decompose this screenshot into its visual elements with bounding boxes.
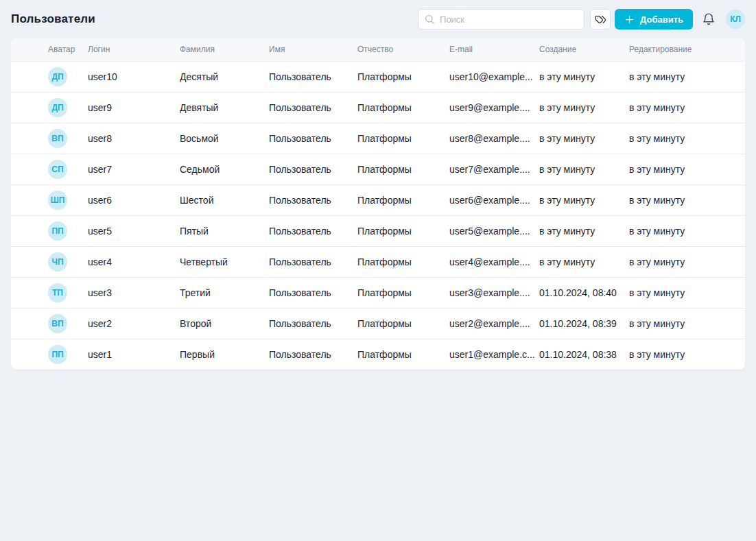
tags-button[interactable] <box>590 9 611 29</box>
cell-first_name: Пользователь <box>269 215 357 246</box>
row-avatar: ВП <box>48 314 67 333</box>
cell-first_name: Пользователь <box>269 246 357 277</box>
cell-middle_name: Платформы <box>357 154 449 184</box>
cell-email: user2@example.... <box>449 308 539 339</box>
table-row[interactable]: ЧПuser4ЧетвертыйПользовательПлатформыuse… <box>11 246 745 277</box>
cell-login: user2 <box>88 308 180 339</box>
row-avatar: ШП <box>48 191 67 210</box>
row-avatar: ПП <box>48 221 67 241</box>
cell-last_name: Восьмой <box>180 123 269 154</box>
column-header: Имя <box>269 38 357 61</box>
cell-middle_name: Платформы <box>357 215 449 246</box>
cell-created: в эту минуту <box>539 215 629 246</box>
cell-edited: в эту минуту <box>629 339 745 370</box>
cell-last_name: Первый <box>180 339 269 370</box>
column-header: Аватар <box>11 38 88 61</box>
cell-edited: в эту минуту <box>629 246 745 277</box>
topbar: Пользователи Добавить КЛ <box>0 0 756 38</box>
page-title: Пользователи <box>11 12 95 26</box>
user-avatar[interactable]: КЛ <box>726 10 745 29</box>
column-header: Логин <box>88 38 180 61</box>
cell-login: user4 <box>88 246 180 277</box>
cell-edited: в эту минуту <box>629 123 745 154</box>
cell-created: в эту минуту <box>539 123 629 154</box>
cell-email: user9@example.... <box>449 92 539 123</box>
cell-avatar: ВП <box>11 123 88 154</box>
cell-created: 01.10.2024, 08:40 <box>539 277 629 308</box>
cell-email: user7@example.... <box>449 154 539 184</box>
cell-login: user3 <box>88 277 180 308</box>
cell-created: в эту минуту <box>539 184 629 215</box>
search-input[interactable] <box>418 9 584 29</box>
row-avatar: ТП <box>48 283 67 302</box>
cell-first_name: Пользователь <box>269 123 357 154</box>
bell-icon <box>702 12 716 26</box>
row-avatar: ВП <box>48 129 67 148</box>
cell-middle_name: Платформы <box>357 123 449 154</box>
cell-login: user7 <box>88 154 180 184</box>
table-row[interactable]: ВПuser8ВосьмойПользовательПлатформыuser8… <box>11 123 745 154</box>
cell-avatar: ДП <box>11 92 88 123</box>
cell-edited: в эту минуту <box>629 154 745 184</box>
cell-edited: в эту минуту <box>629 92 745 123</box>
cell-login: user5 <box>88 215 180 246</box>
cell-last_name: Десятый <box>180 61 269 92</box>
cell-created: в эту минуту <box>539 246 629 277</box>
cell-avatar: ВП <box>11 308 88 339</box>
cell-first_name: Пользователь <box>269 92 357 123</box>
cell-avatar: ДП <box>11 61 88 92</box>
cell-avatar: СП <box>11 154 88 184</box>
cell-login: user10 <box>88 61 180 92</box>
table-row[interactable]: ТПuser3ТретийПользовательПлатформыuser3@… <box>11 277 745 308</box>
search-box <box>418 9 584 29</box>
table-row[interactable]: СПuser7СедьмойПользовательПлатформыuser7… <box>11 154 745 184</box>
cell-last_name: Пятый <box>180 215 269 246</box>
column-header: Редактирование <box>629 38 745 61</box>
cell-last_name: Четвертый <box>180 246 269 277</box>
row-avatar: ДП <box>48 98 67 117</box>
notifications-button[interactable] <box>702 12 716 26</box>
row-avatar: ЧП <box>48 252 67 272</box>
row-avatar: СП <box>48 160 67 179</box>
table-row[interactable]: ШПuser6ШестойПользовательПлатформыuser6@… <box>11 184 745 215</box>
cell-login: user8 <box>88 123 180 154</box>
cell-edited: в эту минуту <box>629 61 745 92</box>
cell-email: user6@example.... <box>449 184 539 215</box>
cell-first_name: Пользователь <box>269 339 357 370</box>
cell-login: user1 <box>88 339 180 370</box>
cell-edited: в эту минуту <box>629 308 745 339</box>
table-row[interactable]: ДПuser10ДесятыйПользовательПлатформыuser… <box>11 61 745 92</box>
cell-avatar: ЧП <box>11 246 88 277</box>
cell-avatar: ПП <box>11 215 88 246</box>
cell-first_name: Пользователь <box>269 277 357 308</box>
cell-edited: в эту минуту <box>629 184 745 215</box>
users-table: АватарЛогинФамилияИмяОтчествоE-mailСозда… <box>11 38 745 370</box>
column-header: E-mail <box>449 38 539 61</box>
table-row[interactable]: ДПuser9ДевятыйПользовательПлатформыuser9… <box>11 92 745 123</box>
cell-created: в эту минуту <box>539 154 629 184</box>
cell-first_name: Пользователь <box>269 154 357 184</box>
cell-last_name: Седьмой <box>180 154 269 184</box>
cell-first_name: Пользователь <box>269 308 357 339</box>
search-icon <box>424 14 435 25</box>
table-row[interactable]: ППuser5ПятыйПользовательПлатформыuser5@e… <box>11 215 745 246</box>
table-header-row: АватарЛогинФамилияИмяОтчествоE-mailСозда… <box>11 38 745 61</box>
cell-email: user5@example.... <box>449 215 539 246</box>
cell-middle_name: Платформы <box>357 184 449 215</box>
add-user-button-label: Добавить <box>640 14 683 25</box>
add-user-button[interactable]: Добавить <box>615 9 693 29</box>
cell-last_name: Шестой <box>180 184 269 215</box>
cell-edited: в эту минуту <box>629 215 745 246</box>
cell-avatar: ШП <box>11 184 88 215</box>
row-avatar: ПП <box>48 345 67 364</box>
cell-middle_name: Платформы <box>357 339 449 370</box>
users-table-card: АватарЛогинФамилияИмяОтчествоE-mailСозда… <box>11 38 745 370</box>
cell-created: в эту минуту <box>539 92 629 123</box>
table-header: АватарЛогинФамилияИмяОтчествоE-mailСозда… <box>11 38 745 61</box>
cell-login: user9 <box>88 92 180 123</box>
cell-email: user3@example.... <box>449 277 539 308</box>
table-row[interactable]: ВПuser2ВторойПользовательПлатформыuser2@… <box>11 308 745 339</box>
plus-icon <box>624 14 635 25</box>
table-row[interactable]: ППuser1ПервыйПользовательПлатформыuser1@… <box>11 339 745 370</box>
row-avatar: ДП <box>48 67 67 86</box>
